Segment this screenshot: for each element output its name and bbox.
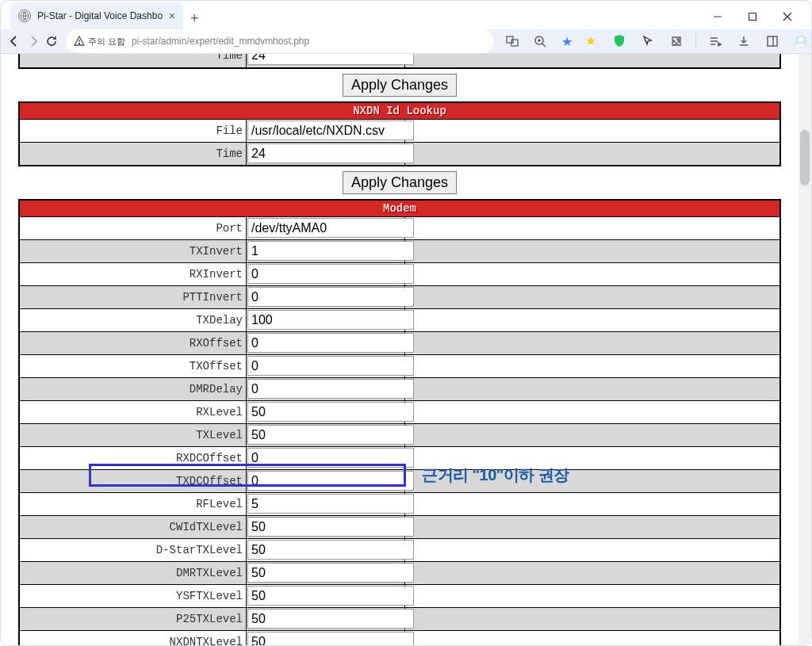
shield-icon[interactable]: [610, 32, 629, 51]
maximize-button[interactable]: [735, 4, 770, 29]
txinvert-input[interactable]: [247, 241, 414, 261]
close-window-button[interactable]: [770, 4, 805, 29]
globe-icon: [18, 10, 31, 22]
dmrtxlevel-input[interactable]: [247, 563, 414, 583]
apply-changes-button[interactable]: Apply Changes: [343, 171, 457, 194]
d-startxlevel-input[interactable]: [247, 540, 414, 560]
table-row: TXLevel: [20, 423, 779, 446]
txlevel-input[interactable]: [247, 425, 414, 445]
table-row: TXDelay: [20, 308, 779, 331]
txdelay-input[interactable]: [247, 310, 414, 330]
txdcoffset-input[interactable]: [247, 471, 414, 491]
svg-rect-16: [768, 36, 777, 46]
table-row: DMRTXLevel: [20, 561, 779, 584]
back-button[interactable]: [7, 30, 21, 52]
reload-button[interactable]: [45, 30, 58, 52]
table-row: D-StarTXLevel: [20, 538, 779, 561]
translate-icon[interactable]: [504, 32, 523, 51]
page-content: Time Apply Changes NXDN Id Lookup File: [1, 54, 799, 646]
port-input[interactable]: [247, 218, 414, 238]
table-row: RXOffset: [20, 331, 779, 354]
vertical-scrollbar[interactable]: [799, 54, 811, 646]
addr-right-icons: ★: [504, 32, 576, 51]
field-label: RXInvert: [20, 263, 247, 285]
download-icon[interactable]: [734, 32, 753, 51]
titlebar: Pi-Star - Digital Voice Dashbo × +: [1, 1, 811, 29]
table-row: TXInvert: [20, 239, 779, 262]
nxdntxlevel-input[interactable]: [247, 632, 414, 646]
ysftxlevel-input[interactable]: [247, 586, 414, 606]
field-label: DMRTXLevel: [20, 562, 247, 584]
pttinvert-input[interactable]: [247, 287, 414, 307]
file-input[interactable]: [247, 120, 414, 140]
field-label: DMRDelay: [20, 378, 247, 400]
address-bar[interactable]: 주의 요함 pi-star/admin/expert/edit_mmdvmhos…: [66, 29, 494, 53]
viewport: Time Apply Changes NXDN Id Lookup File: [1, 54, 811, 646]
forward-button[interactable]: [26, 30, 40, 52]
extension-icon[interactable]: [667, 32, 686, 51]
table-row: RFLevel: [20, 492, 779, 515]
table-row: RXInvert: [20, 262, 779, 285]
bookmark-star-icon[interactable]: ★: [557, 32, 576, 51]
section-modem: Modem PortTXInvertRXInvertPTTInvertTXDel…: [18, 199, 781, 646]
toolbar: 주의 요함 pi-star/admin/expert/edit_mmdvmhos…: [1, 29, 811, 54]
field-label: TXOffset: [20, 355, 247, 377]
rflevel-input[interactable]: [247, 494, 414, 514]
field-label: File: [20, 120, 247, 142]
close-icon[interactable]: ×: [169, 10, 175, 22]
field-label: CWIdTXLevel: [20, 516, 247, 538]
table-row: NXDNTXLevel: [20, 630, 779, 646]
tab-strip: Pi-Star - Digital Voice Dashbo × +: [10, 1, 205, 29]
svg-point-19: [799, 37, 803, 42]
table-row: DMRDelay: [20, 377, 779, 400]
svg-rect-2: [749, 13, 756, 21]
rxlevel-input[interactable]: [247, 402, 414, 422]
security-text: 주의 요함: [88, 36, 125, 48]
table-row: File: [20, 119, 779, 142]
apply-changes-button[interactable]: Apply Changes: [343, 74, 457, 97]
table-row: Time: [20, 142, 779, 165]
browser-tab[interactable]: Pi-Star - Digital Voice Dashbo ×: [10, 2, 183, 29]
dmrdelay-input[interactable]: [247, 379, 414, 399]
section-header: Modem: [20, 201, 779, 216]
table-row: YSFTXLevel: [20, 584, 779, 607]
time-input[interactable]: [247, 143, 414, 163]
zoom-icon[interactable]: [530, 32, 550, 51]
table-row: PTTInvert: [20, 285, 779, 308]
rxdcoffset-input[interactable]: [247, 448, 414, 468]
p25txlevel-input[interactable]: [247, 609, 414, 629]
table-row: TXOffset: [20, 354, 779, 377]
field-label: Time: [20, 54, 247, 67]
field-label: D-StarTXLevel: [20, 539, 247, 561]
cursor-icon[interactable]: [638, 32, 657, 51]
minimize-button[interactable]: [700, 4, 735, 29]
scrollbar-thumb[interactable]: [800, 130, 810, 185]
new-tab-button[interactable]: +: [183, 7, 205, 29]
rxoffset-input[interactable]: [247, 333, 414, 353]
playlist-icon[interactable]: [706, 32, 725, 51]
field-label: RXDCOffset: [20, 447, 247, 469]
table-row: CWIdTXLevel: [20, 515, 779, 538]
field-label: YSFTXLevel: [20, 585, 247, 607]
field-label: RFLevel: [20, 493, 247, 515]
time-input[interactable]: [247, 54, 414, 65]
svg-point-6: [79, 43, 79, 44]
annotation-text: 근거리 "10"이하 권장: [422, 464, 569, 486]
browser-window: Pi-Star - Digital Voice Dashbo × + 주의 요함…: [0, 0, 812, 646]
section-nxdn: NXDN Id Lookup File Time: [18, 101, 781, 166]
profile-icon[interactable]: [791, 32, 810, 51]
field-label: NXDNTXLevel: [20, 631, 247, 646]
security-badge: 주의 요함: [74, 36, 125, 48]
pin-icon[interactable]: [581, 32, 600, 51]
sidepanel-icon[interactable]: [763, 32, 782, 51]
txoffset-input[interactable]: [247, 356, 414, 376]
field-label: TXInvert: [20, 240, 247, 262]
url-text: pi-star/admin/expert/edit_mmdvmhost.php: [132, 36, 485, 47]
table-row: TXDCOffset: [20, 469, 779, 492]
field-label: RXOffset: [20, 332, 247, 354]
svg-line-10: [542, 44, 546, 47]
rxinvert-input[interactable]: [247, 264, 414, 284]
field-label: P25TXLevel: [20, 608, 247, 630]
cwidtxlevel-input[interactable]: [247, 517, 414, 537]
field-label: RXLevel: [20, 401, 247, 423]
